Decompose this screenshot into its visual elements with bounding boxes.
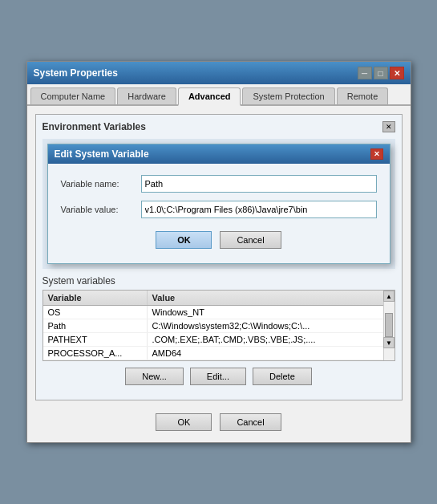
table-row[interactable]: PATHEXT .COM;.EXE;.BAT;.CMD;.VBS;.VBE;.J… xyxy=(43,333,395,347)
cell-value: Windows_NT xyxy=(148,306,395,319)
scrollbar[interactable]: ▲ ▼ xyxy=(383,291,395,360)
dialog-overlay: Edit System Variable ✕ Variable name: Va… xyxy=(42,139,395,269)
dialog-ok-button[interactable]: OK xyxy=(156,231,212,249)
maximize-button[interactable]: □ xyxy=(374,67,388,79)
close-button[interactable]: ✕ xyxy=(390,67,404,79)
main-cancel-button[interactable]: Cancel xyxy=(220,413,281,431)
scrollbar-thumb[interactable] xyxy=(385,313,393,337)
bottom-buttons: OK Cancel xyxy=(35,408,403,434)
tab-bar: Computer Name Hardware Advanced System P… xyxy=(27,84,411,106)
new-variable-button[interactable]: New... xyxy=(125,368,184,385)
cell-variable: PATHEXT xyxy=(43,333,148,346)
dialog-close-button[interactable]: ✕ xyxy=(370,148,383,160)
variable-name-row: Variable name: xyxy=(61,175,377,193)
title-bar: System Properties ─ □ ✕ xyxy=(27,62,411,84)
env-panel-title: Environment Variables xyxy=(42,121,146,132)
variable-name-input[interactable] xyxy=(141,175,377,193)
tab-system-protection[interactable]: System Protection xyxy=(242,87,334,104)
column-value: Value xyxy=(148,291,395,305)
tab-advanced[interactable]: Advanced xyxy=(178,87,241,106)
system-variables-label: System variables xyxy=(42,275,395,287)
table-header: Variable Value xyxy=(43,291,395,306)
cell-value: C:\Windows\system32;C:\Windows;C:\... xyxy=(148,319,395,332)
env-panel-close-button[interactable]: ✕ xyxy=(382,121,395,132)
table-action-buttons: New... Edit... Delete xyxy=(42,368,395,385)
table-row[interactable]: OS Windows_NT xyxy=(43,306,395,319)
edit-variable-button[interactable]: Edit... xyxy=(190,368,246,385)
minimize-button[interactable]: ─ xyxy=(358,67,372,79)
edit-system-variable-dialog: Edit System Variable ✕ Variable name: Va… xyxy=(47,144,390,264)
table-body[interactable]: OS Windows_NT Path C:\Windows\system32;C… xyxy=(43,306,395,360)
main-ok-button[interactable]: OK xyxy=(156,413,212,431)
dialog-title-bar: Edit System Variable ✕ xyxy=(48,144,390,164)
table-row[interactable]: Path C:\Windows\system32;C:\Windows;C:\.… xyxy=(43,319,395,333)
table-row[interactable]: PROCESSOR_A... AMD64 xyxy=(43,347,395,360)
env-variables-panel: Environment Variables ✕ Edit System Vari… xyxy=(35,114,403,400)
cell-variable: PROCESSOR_A... xyxy=(43,347,148,360)
cell-value: .COM;.EXE;.BAT;.CMD;.VBS;.VBE;.JS;.... xyxy=(148,333,395,346)
variable-value-label: Variable value: xyxy=(61,205,141,214)
window-title: System Properties xyxy=(34,67,118,79)
dialog-buttons: OK Cancel xyxy=(61,226,377,255)
title-bar-controls: ─ □ ✕ xyxy=(358,67,404,79)
delete-variable-button[interactable]: Delete xyxy=(253,368,312,385)
dialog-cancel-button[interactable]: Cancel xyxy=(220,231,281,249)
scroll-up-arrow[interactable]: ▲ xyxy=(383,291,395,302)
dialog-title: Edit System Variable xyxy=(55,148,149,160)
cell-variable: Path xyxy=(43,319,148,332)
tab-remote[interactable]: Remote xyxy=(337,87,389,104)
dialog-body: Variable name: Variable value: OK Cancel xyxy=(48,164,390,263)
cell-variable: OS xyxy=(43,306,148,319)
tab-hardware[interactable]: Hardware xyxy=(117,87,176,104)
system-properties-window: System Properties ─ □ ✕ Computer Name Ha… xyxy=(26,61,411,443)
tab-computer-name[interactable]: Computer Name xyxy=(30,87,116,104)
variable-value-input[interactable] xyxy=(141,201,377,218)
column-variable: Variable xyxy=(43,291,148,305)
main-content: Environment Variables ✕ Edit System Vari… xyxy=(27,106,411,442)
env-panel-title-bar: Environment Variables ✕ xyxy=(42,121,395,132)
scroll-down-arrow[interactable]: ▼ xyxy=(383,337,395,348)
system-variables-table: Variable Value OS Windows_NT Path C:\Win… xyxy=(42,290,395,361)
variable-value-row: Variable value: xyxy=(61,201,377,218)
cell-value: AMD64 xyxy=(148,347,395,360)
variable-name-label: Variable name: xyxy=(61,179,141,189)
